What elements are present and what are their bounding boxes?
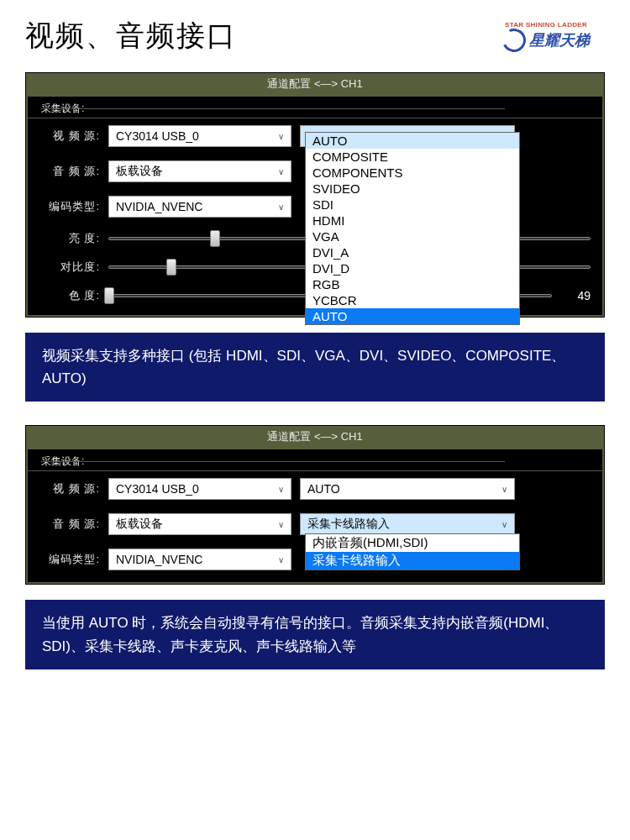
dropdown-option[interactable]: DVI_A	[306, 244, 519, 260]
chevron-down-icon: ∨	[278, 555, 284, 564]
video-source-label: 视 频 源:	[39, 481, 100, 496]
dropdown-option[interactable]: COMPOSITE	[306, 149, 519, 165]
panel-title: 通道配置 <—> CH1	[26, 73, 604, 95]
encoding-type-value: NVIDIA_NVENC	[116, 200, 202, 213]
encoding-type-select[interactable]: NVIDIA_NVENC ∨	[108, 196, 291, 218]
chevron-down-icon: ∨	[278, 132, 284, 141]
dropdown-option[interactable]: SDI	[306, 197, 519, 213]
audio-source-select[interactable]: 板载设备 ∨	[108, 513, 291, 535]
video-source-select[interactable]: CY3014 USB_0 ∨	[108, 478, 291, 500]
encoding-type-label: 编码类型:	[39, 552, 100, 567]
video-source-select[interactable]: CY3014 USB_0 ∨	[108, 125, 291, 147]
chevron-down-icon: ∨	[278, 202, 284, 212]
dropdown-option[interactable]: RGB	[306, 276, 519, 292]
channel-config-panel-2: 通道配置 <—> CH1 采集设备: 视 频 源: CY3014 USB_0 ∨…	[25, 425, 605, 585]
logo-globe-icon	[499, 25, 529, 55]
hue-value: 49	[560, 289, 591, 302]
description-box-1: 视频采集支持多种接口 (包括 HDMI、SDI、VGA、DVI、SVIDEO、C…	[25, 333, 605, 402]
dropdown-option[interactable]: VGA	[306, 228, 519, 244]
logo-chinese: 星耀天梯	[529, 30, 590, 50]
dropdown-option[interactable]: YCBCR	[306, 292, 519, 308]
video-source-value: CY3014 USB_0	[116, 482, 199, 496]
brand-logo: STAR SHINING LADDER 星耀天梯	[487, 15, 605, 57]
page-title: 视频、音频接口	[25, 17, 237, 55]
capture-device-group-label: 采集设备:	[28, 449, 602, 471]
video-mode-dropdown[interactable]: AUTO COMPOSITE COMPONENTS SVIDEO SDI HDM…	[305, 132, 520, 325]
dropdown-option[interactable]: AUTO	[306, 133, 519, 149]
audio-mode-select[interactable]: 采集卡线路输入 ∨	[300, 513, 515, 535]
video-source-value: CY3014 USB_0	[116, 129, 199, 143]
brightness-label: 亮 度:	[39, 231, 100, 246]
contrast-label: 对比度:	[39, 260, 100, 275]
chevron-down-icon: ∨	[501, 520, 507, 529]
audio-source-value: 板载设备	[116, 164, 163, 179]
audio-source-label: 音 频 源:	[39, 164, 100, 179]
dropdown-option-selected[interactable]: AUTO	[306, 308, 519, 324]
channel-config-panel-1: 通道配置 <—> CH1 采集设备: 视 频 源: CY3014 USB_0 ∨…	[25, 72, 605, 318]
capture-device-group-label: 采集设备:	[28, 97, 602, 118]
video-source-label: 视 频 源:	[39, 129, 100, 144]
encoding-type-select[interactable]: NVIDIA_NVENC ∨	[108, 549, 291, 570]
audio-source-select[interactable]: 板载设备 ∨	[108, 160, 291, 182]
dropdown-option-selected[interactable]: 采集卡线路输入	[306, 552, 519, 570]
audio-source-value: 板载设备	[116, 517, 163, 532]
dropdown-option[interactable]: SVIDEO	[306, 181, 519, 197]
chevron-down-icon: ∨	[278, 485, 284, 494]
dropdown-option[interactable]: DVI_D	[306, 260, 519, 276]
encoding-type-value: NVIDIA_NVENC	[116, 553, 202, 566]
video-mode-value: AUTO	[307, 482, 340, 496]
chevron-down-icon: ∨	[501, 485, 507, 494]
description-box-2: 当使用 AUTO 时，系统会自动搜寻有信号的接口。音频采集支持内嵌音频(HDMI…	[25, 600, 605, 669]
video-mode-select[interactable]: AUTO ∨	[300, 478, 515, 500]
dropdown-option[interactable]: HDMI	[306, 213, 519, 228]
encoding-type-label: 编码类型:	[39, 199, 100, 214]
hue-label: 色 度:	[39, 288, 100, 303]
chevron-down-icon: ∨	[278, 167, 284, 176]
audio-mode-dropdown[interactable]: 内嵌音频(HDMI,SDI) 采集卡线路输入	[305, 533, 520, 570]
panel-title: 通道配置 <—> CH1	[26, 426, 604, 448]
audio-source-label: 音 频 源:	[39, 517, 100, 532]
dropdown-option[interactable]: 内嵌音频(HDMI,SDI)	[306, 534, 519, 552]
chevron-down-icon: ∨	[278, 520, 284, 529]
audio-mode-value: 采集卡线路输入	[307, 517, 390, 532]
logo-english: STAR SHINING LADDER	[505, 21, 587, 29]
dropdown-option[interactable]: COMPONENTS	[306, 165, 519, 181]
